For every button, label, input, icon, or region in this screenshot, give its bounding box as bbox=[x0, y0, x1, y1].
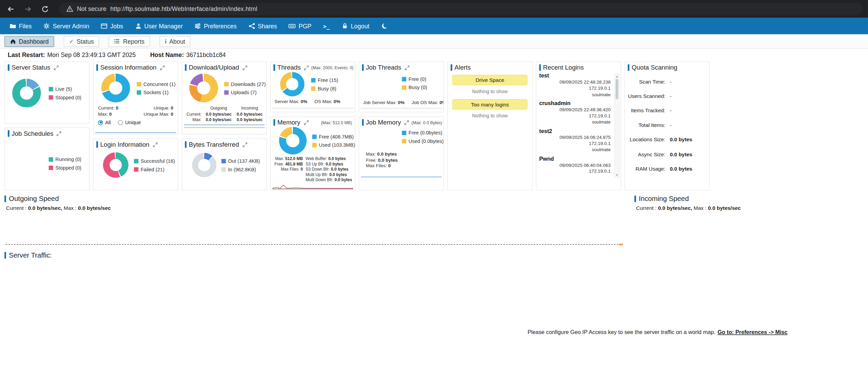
scroll-up-icon[interactable]: ▲ bbox=[615, 74, 619, 78]
nav-item-pgp[interactable]: PGP bbox=[289, 23, 312, 29]
tab-status[interactable]: ✓ Status bbox=[63, 36, 99, 47]
scrollbar[interactable]: ▲ ▼ bbox=[614, 74, 619, 178]
outgoing-speed-chart-axis bbox=[5, 244, 621, 245]
expand-icon[interactable] bbox=[404, 65, 409, 70]
scrollbar-thumb[interactable] bbox=[616, 79, 618, 99]
nav-label: User Manager bbox=[144, 23, 183, 29]
panel-accent bbox=[634, 196, 636, 202]
gear-icon bbox=[43, 23, 50, 29]
legend-swatch bbox=[137, 90, 141, 95]
expand-icon[interactable] bbox=[304, 65, 309, 70]
outgoing-speed-chart-tick bbox=[619, 244, 623, 245]
legend-swatch bbox=[49, 95, 53, 99]
panel-outgoing-speed: Outgoing Speed Current : 0.0 bytes/sec, … bbox=[4, 195, 628, 246]
threads-donut bbox=[280, 72, 304, 96]
panel-job-memory: Job Memory (Max: 0.0 Bytes) Free (0.0byt… bbox=[359, 116, 444, 190]
panel-session-information: Session Information Concurrent (1) Socke… bbox=[93, 61, 178, 134]
nav-item-files[interactable]: Files bbox=[10, 23, 32, 29]
window-icon bbox=[101, 23, 107, 29]
legend-item: Free (15) bbox=[311, 77, 339, 83]
tab-reports[interactable]: Reports bbox=[109, 36, 150, 47]
nav-item-dark-mode[interactable] bbox=[381, 23, 388, 29]
session-stats: Current: 0 Max: 0 Unique: 0 Unique Max: … bbox=[96, 105, 175, 117]
nav-item-preferences[interactable]: Preferences bbox=[194, 23, 237, 29]
panel-title: Job Memory bbox=[366, 119, 401, 126]
job-memory-sparkline-axis bbox=[361, 177, 442, 177]
panel-subtitle: (Max: 512.0 MB) bbox=[321, 120, 352, 125]
tab-about[interactable]: i About bbox=[160, 36, 191, 47]
recent-logins-list: test 09/09/2025 22:48:28.238 172.19.0.1 … bbox=[539, 73, 618, 177]
legend-item: Live (5) bbox=[49, 86, 81, 91]
panel-job-schedules: Job Schedules Running (0) Stopped (0) bbox=[4, 127, 90, 190]
expand-icon[interactable] bbox=[153, 142, 158, 147]
nav-item-jobs[interactable]: Jobs bbox=[101, 23, 123, 29]
scroll-down-icon[interactable]: ▼ bbox=[615, 173, 619, 177]
panel-accent bbox=[628, 64, 629, 71]
nav-item-logout[interactable]: Logout bbox=[341, 23, 369, 29]
dashboard-tabbar: Dashboard ✓ Status Reports i About bbox=[0, 34, 868, 49]
expand-icon[interactable] bbox=[242, 65, 248, 70]
host-name: Host Name:36711bcb1c84 bbox=[150, 52, 226, 58]
speed-row: Outgoing Speed Current : 0.0 bytes/sec, … bbox=[0, 190, 868, 246]
expand-icon[interactable] bbox=[54, 65, 59, 70]
expand-icon[interactable] bbox=[404, 120, 409, 125]
panel-accent bbox=[362, 119, 364, 126]
tab-label: About bbox=[169, 38, 185, 44]
browser-window: Not secure http://ftp.soulmate.htb/WebIn… bbox=[0, 0, 868, 376]
legend-item: Sockets (1) bbox=[137, 89, 176, 95]
radio-unique[interactable]: Unique bbox=[118, 120, 141, 125]
back-icon[interactable] bbox=[5, 4, 15, 14]
job-threads-stats: Job Server Max: 0% Job OS Max: 0% bbox=[362, 100, 441, 105]
legend-swatch bbox=[402, 77, 406, 82]
tab-dashboard[interactable]: Dashboard bbox=[4, 36, 54, 47]
legend-item: Used (0.0bytes) bbox=[402, 139, 441, 144]
nav-item-user-manager[interactable]: User Manager bbox=[135, 23, 183, 29]
panel-accent bbox=[8, 64, 10, 71]
terminal-icon: >_ bbox=[323, 23, 330, 29]
nav-label: Jobs bbox=[110, 23, 123, 29]
quota-rows: Scan Time:- Users Scanned:- Items Tracke… bbox=[628, 74, 706, 176]
panel-subtitle: (Max: 2000, Events: 0) bbox=[311, 65, 354, 70]
alert-drive-space-button[interactable]: Drive Space bbox=[452, 75, 528, 85]
expand-icon[interactable] bbox=[304, 120, 309, 125]
info-icon: i bbox=[165, 38, 167, 44]
expand-icon[interactable] bbox=[242, 142, 248, 147]
panel-title: Server Status bbox=[12, 64, 50, 71]
legend-item: Uploads (7) bbox=[224, 89, 266, 95]
share-icon bbox=[248, 23, 255, 29]
reload-icon[interactable] bbox=[40, 4, 50, 14]
login-username: test bbox=[539, 73, 610, 79]
panel-incoming-speed: Incoming Speed Current : 0.0 bytes/sec, … bbox=[634, 195, 864, 246]
address-bar[interactable]: Not secure http://ftp.soulmate.htb/WebIn… bbox=[59, 2, 863, 15]
browser-chrome: Not secure http://ftp.soulmate.htb/WebIn… bbox=[0, 0, 868, 18]
nav-item-shares[interactable]: Shares bbox=[248, 23, 277, 29]
preferences-misc-link[interactable]: Go to: Preferences -> Misc bbox=[718, 329, 788, 335]
memory-sparkline bbox=[272, 182, 353, 189]
panel-title: Job Schedules bbox=[12, 130, 54, 136]
login-ip: 172.19.0.1 bbox=[539, 113, 610, 119]
nav-item-terminal[interactable]: >_ bbox=[323, 23, 330, 29]
login-datetime: 09/09/2025 22:49:36.420 bbox=[539, 107, 610, 113]
nav-label: Server Admin bbox=[53, 23, 89, 29]
nav-item-server-admin[interactable]: Server Admin bbox=[43, 23, 89, 29]
legend-item: Successful (16) bbox=[134, 158, 175, 163]
geo-ip-message: Please configure Geo IP Access key to se… bbox=[527, 329, 788, 335]
radio-all[interactable]: All bbox=[98, 120, 110, 125]
panel-accent bbox=[4, 196, 6, 202]
job-memory-stats: Max: 0.0 bytes Free: 0.0 bytes Max Files… bbox=[362, 151, 441, 169]
panel-title: Quota Scanning bbox=[632, 64, 677, 71]
expand-icon[interactable] bbox=[160, 65, 165, 70]
radio-unique-circle bbox=[118, 120, 123, 125]
expand-icon[interactable] bbox=[57, 131, 62, 136]
check-icon: ✓ bbox=[69, 38, 74, 44]
alert-too-many-logins-button[interactable]: Too many logins bbox=[452, 99, 528, 110]
user-icon bbox=[135, 23, 141, 29]
forward-icon[interactable] bbox=[23, 4, 33, 14]
download-upload-donut bbox=[189, 74, 218, 102]
radio-all-circle bbox=[98, 120, 103, 125]
threads-sparkline-axis bbox=[272, 108, 354, 109]
panel-quota-scanning: Quota Scanning Scan Time:- Users Scanned… bbox=[625, 61, 710, 190]
legend-swatch bbox=[224, 90, 229, 95]
quota-row: Users Scanned:- bbox=[628, 89, 706, 103]
legend-swatch bbox=[134, 167, 138, 171]
